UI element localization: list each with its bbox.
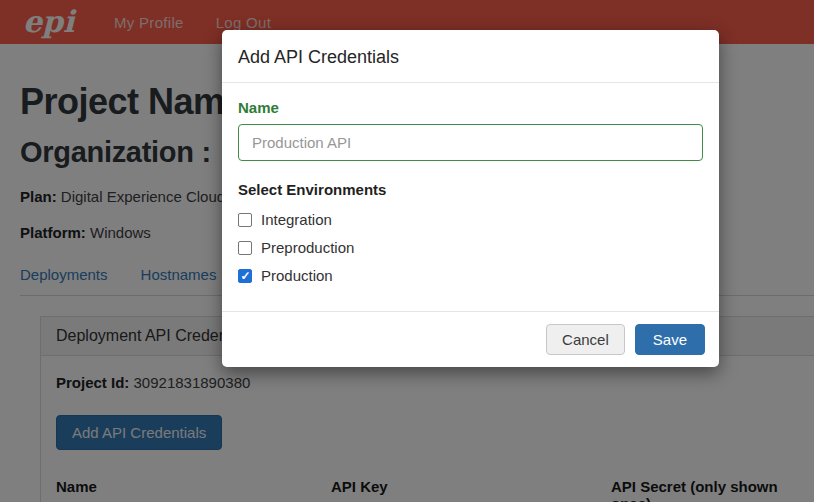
checkbox-production-label: Production [261, 267, 333, 284]
cancel-button[interactable]: Cancel [546, 324, 625, 355]
modal-header: Add API Credentials [222, 30, 719, 83]
modal-title: Add API Credentials [238, 47, 703, 68]
checkbox-integration[interactable] [238, 213, 252, 227]
environment-row-preproduction[interactable]: Preproduction [238, 239, 703, 256]
checkbox-production[interactable] [238, 269, 252, 283]
checkbox-preproduction-label: Preproduction [261, 239, 354, 256]
add-api-credentials-modal: Add API Credentials Name Select Environm… [222, 30, 719, 367]
modal-body: Name Select Environments Integration Pre… [222, 83, 719, 311]
name-field-label: Name [238, 99, 703, 116]
save-button[interactable]: Save [635, 324, 705, 355]
environment-row-integration[interactable]: Integration [238, 211, 703, 228]
select-environments-label: Select Environments [238, 181, 703, 198]
checkbox-integration-label: Integration [261, 211, 332, 228]
name-input[interactable] [238, 124, 703, 161]
environment-row-production[interactable]: Production [238, 267, 703, 284]
checkbox-preproduction[interactable] [238, 241, 252, 255]
modal-footer: Cancel Save [222, 311, 719, 367]
